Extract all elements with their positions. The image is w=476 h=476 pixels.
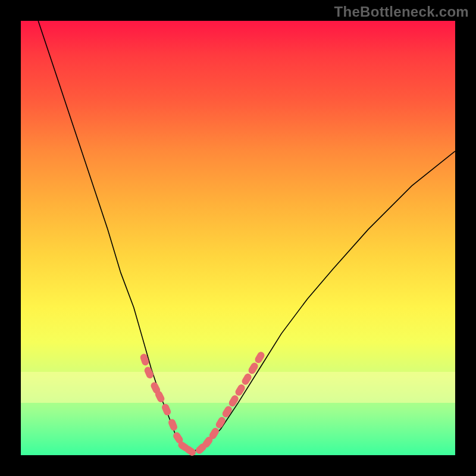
highlight-pill bbox=[161, 403, 172, 416]
highlight-pills-left bbox=[139, 353, 197, 457]
highlight-pill bbox=[167, 418, 178, 431]
highlight-pill bbox=[139, 353, 150, 367]
highlight-pills-right bbox=[195, 350, 266, 455]
bottleneck-curve bbox=[38, 21, 455, 451]
watermark-text: TheBottleneck.com bbox=[334, 4, 469, 20]
chart-frame: TheBottleneck.com bbox=[0, 0, 476, 476]
plot-area bbox=[21, 21, 455, 455]
chart-svg bbox=[21, 21, 455, 455]
highlight-pill bbox=[234, 383, 246, 397]
highlight-pill bbox=[221, 405, 234, 418]
highlight-pill bbox=[227, 394, 240, 408]
highlight-pill bbox=[247, 361, 259, 375]
highlight-pill bbox=[240, 372, 253, 386]
